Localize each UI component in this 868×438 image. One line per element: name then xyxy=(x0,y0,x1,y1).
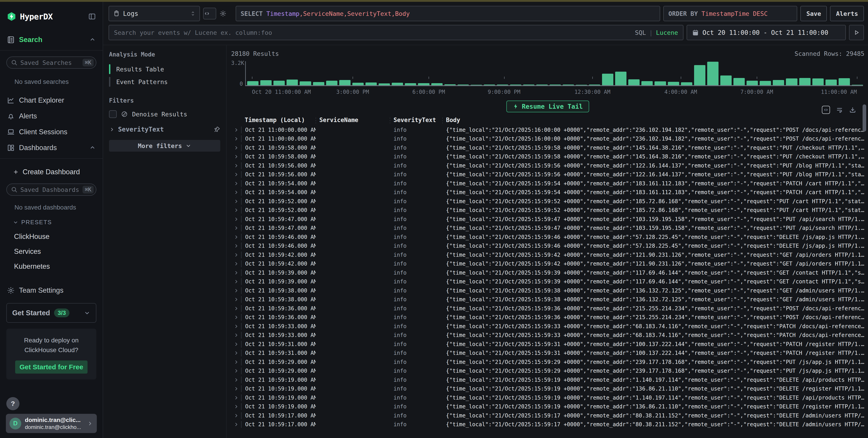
row-expand-chevron-icon[interactable] xyxy=(231,172,241,177)
table-row[interactable]: Oct 21 10:59:31.000 AMinfo{"time_local":… xyxy=(231,340,864,349)
histogram-bar[interactable] xyxy=(484,85,495,85)
row-expand-chevron-icon[interactable] xyxy=(231,252,241,258)
sidebar-item-dashboards[interactable]: Dashboards xyxy=(0,142,103,154)
histogram-bar[interactable] xyxy=(260,80,272,85)
sidebar-collapse-icon[interactable] xyxy=(88,13,96,20)
table-row[interactable]: Oct 21 10:59:38.000 AMinfo{"time_local":… xyxy=(231,286,864,295)
histogram-bar[interactable] xyxy=(602,74,613,85)
row-expand-chevron-icon[interactable] xyxy=(231,413,241,418)
histogram-bar[interactable] xyxy=(300,81,311,85)
row-expand-chevron-icon[interactable] xyxy=(231,243,241,248)
histogram-bar[interactable] xyxy=(366,82,377,85)
download-icon[interactable] xyxy=(849,106,856,113)
row-expand-chevron-icon[interactable] xyxy=(231,377,241,382)
histogram-bar[interactable] xyxy=(431,83,443,85)
histogram-bar[interactable] xyxy=(458,85,469,85)
histogram-bar[interactable] xyxy=(523,85,534,85)
histogram-bar[interactable] xyxy=(812,78,824,85)
histogram-bar[interactable] xyxy=(641,81,653,85)
code-mode-button[interactable] xyxy=(203,8,216,20)
histogram-bar[interactable] xyxy=(654,81,666,85)
table-row[interactable]: Oct 21 10:59:29.000 AMinfo{"time_local":… xyxy=(231,367,864,376)
create-dashboard-button[interactable]: Create Dashboard xyxy=(0,166,103,178)
table-row[interactable]: Oct 21 10:59:46.000 AMinfo{"time_local":… xyxy=(231,242,864,250)
mode-event-patterns[interactable]: Event Patterns xyxy=(109,75,220,88)
histogram-bar[interactable] xyxy=(392,83,403,85)
histogram-bar[interactable] xyxy=(339,80,350,85)
table-row[interactable]: Oct 21 10:59:46.000 AMinfo{"time_local":… xyxy=(231,233,864,242)
row-expand-chevron-icon[interactable] xyxy=(231,128,241,132)
histogram-bar[interactable] xyxy=(826,79,837,85)
table-row[interactable]: Oct 21 10:59:56.000 AMinfo{"time_local":… xyxy=(231,170,864,179)
view-source-code-icon[interactable] xyxy=(822,106,830,114)
table-row[interactable]: Oct 21 10:59:47.000 AMinfo{"time_local":… xyxy=(231,224,864,233)
lucene-toggle[interactable]: Lucene xyxy=(656,29,678,36)
events-histogram[interactable]: 3.2K 0 Oct 20 11:00:00 AM3:00:00 PM6:00:… xyxy=(231,60,864,97)
get-started-free-button[interactable]: Get Started for Free xyxy=(15,361,88,374)
row-expand-chevron-icon[interactable] xyxy=(231,368,241,373)
row-expand-chevron-icon[interactable] xyxy=(231,217,241,222)
row-expand-chevron-icon[interactable] xyxy=(231,350,241,356)
column-severitytext[interactable]: SeverityText xyxy=(390,116,442,124)
column-servicename[interactable]: ServiceName xyxy=(316,116,390,124)
histogram-bar[interactable] xyxy=(681,82,692,85)
histogram-bar[interactable] xyxy=(273,81,285,85)
presets-toggle[interactable]: PRESETS xyxy=(13,219,103,226)
run-query-button[interactable] xyxy=(849,25,864,40)
row-expand-chevron-icon[interactable] xyxy=(231,235,241,240)
histogram-bar[interactable] xyxy=(839,78,850,85)
table-row[interactable]: Oct 21 11:00:00.000 AMinfo{"time_local":… xyxy=(231,126,864,134)
save-button[interactable]: Save xyxy=(800,6,827,21)
source-settings-gear-icon[interactable] xyxy=(219,6,232,21)
sidebar-item-clickhouse[interactable]: ClickHouse xyxy=(14,233,103,241)
chevron-up-icon[interactable] xyxy=(89,36,96,43)
row-expand-chevron-icon[interactable] xyxy=(231,261,241,266)
row-expand-chevron-icon[interactable] xyxy=(231,306,241,311)
row-expand-chevron-icon[interactable] xyxy=(231,181,241,186)
alerts-button[interactable]: Alerts xyxy=(830,6,864,21)
row-expand-chevron-icon[interactable] xyxy=(231,199,241,204)
table-row[interactable]: Oct 21 10:59:31.000 AMinfo{"time_local":… xyxy=(231,349,864,358)
histogram-bar[interactable] xyxy=(720,75,732,85)
histogram-bar[interactable] xyxy=(668,82,679,85)
table-row[interactable]: Oct 21 10:59:58.000 AMinfo{"time_local":… xyxy=(231,143,864,152)
column-body[interactable]: Body xyxy=(442,116,864,124)
facet-severitytext[interactable]: SeverityText xyxy=(109,126,220,133)
event-search-input[interactable]: Search your events w/ Lucene ex. column:… xyxy=(108,25,683,40)
row-expand-chevron-icon[interactable] xyxy=(231,324,241,329)
histogram-bar[interactable] xyxy=(852,85,863,85)
table-row[interactable]: Oct 21 10:59:52.000 AMinfo{"time_local":… xyxy=(231,206,864,215)
table-row[interactable]: Oct 21 10:59:36.000 AMinfo{"time_local":… xyxy=(231,304,864,313)
table-row[interactable]: Oct 21 10:59:42.000 AMinfo{"time_local":… xyxy=(231,250,864,260)
table-row[interactable]: Oct 21 10:59:17.000 AMinfo{"time_local":… xyxy=(231,420,864,429)
row-expand-chevron-icon[interactable] xyxy=(231,395,241,400)
denoise-checkbox[interactable] xyxy=(109,110,117,118)
histogram-bar[interactable] xyxy=(628,79,640,86)
pin-icon[interactable] xyxy=(214,126,220,133)
table-row[interactable]: Oct 21 10:59:39.000 AMinfo{"time_local":… xyxy=(231,277,864,287)
sql-toggle[interactable]: SQL xyxy=(635,29,646,36)
saved-dashboards-input[interactable]: Saved Dashboards ⌘K xyxy=(6,183,96,196)
row-expand-chevron-icon[interactable] xyxy=(231,154,241,159)
table-row[interactable]: Oct 21 10:59:52.000 AMinfo{"time_local":… xyxy=(231,197,864,206)
row-expand-chevron-icon[interactable] xyxy=(231,136,241,141)
table-row[interactable]: Oct 21 10:59:54.000 AMinfo{"time_local":… xyxy=(231,179,864,188)
row-expand-chevron-icon[interactable] xyxy=(231,360,241,365)
row-expand-chevron-icon[interactable] xyxy=(231,279,241,284)
wrap-lines-icon[interactable] xyxy=(836,106,843,113)
histogram-bar[interactable] xyxy=(247,81,258,85)
date-range-picker[interactable]: Oct 20 11:00:00 - Oct 21 11:00:00 xyxy=(687,25,846,40)
table-row[interactable]: Oct 21 10:59:29.000 AMinfo{"time_local":… xyxy=(231,358,864,367)
histogram-bar[interactable] xyxy=(734,78,745,85)
select-columns-input[interactable]: SELECT Timestamp,ServiceName,SeverityTex… xyxy=(236,6,660,21)
histogram-bar[interactable] xyxy=(405,83,416,85)
source-select[interactable]: Logs xyxy=(108,6,200,21)
sidebar-item-chart-explorer[interactable]: Chart Explorer xyxy=(0,95,103,106)
histogram-bar[interactable] xyxy=(760,81,771,85)
histogram-bar[interactable] xyxy=(615,72,626,85)
histogram-bar[interactable] xyxy=(497,85,508,85)
table-row[interactable]: Oct 21 10:59:17.000 AMinfo{"time_local":… xyxy=(231,411,864,420)
saved-searches-input[interactable]: Saved Searches ⌘K xyxy=(6,57,96,69)
row-expand-chevron-icon[interactable] xyxy=(231,297,241,302)
denoise-results-toggle[interactable]: Denoise Results xyxy=(109,110,220,118)
